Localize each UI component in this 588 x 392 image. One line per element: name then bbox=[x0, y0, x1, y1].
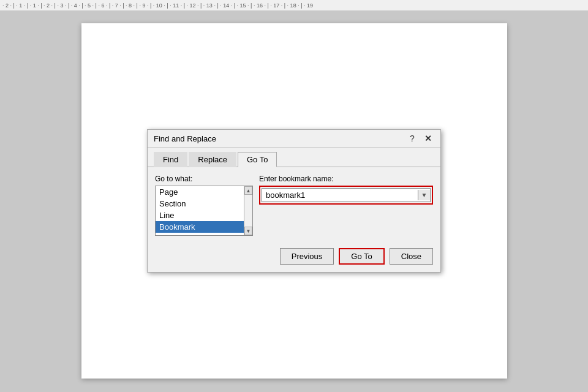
find-replace-dialog: Find and Replace ? ✕ Find Replace G bbox=[147, 129, 441, 273]
bookmark-dropdown-arrow[interactable]: ▼ bbox=[418, 190, 430, 200]
tab-find[interactable]: Find bbox=[154, 152, 187, 167]
dialog-title: Find and Replace bbox=[154, 134, 216, 143]
dialog-title-icons: ? ✕ bbox=[406, 134, 434, 143]
dialog-close-button[interactable]: ✕ bbox=[422, 134, 434, 143]
page-area: Find and Replace ? ✕ Find Replace G bbox=[0, 11, 588, 392]
goto-right-panel: Enter bookmark name: ▼ bbox=[259, 175, 433, 236]
dialog-titlebar: Find and Replace ? ✕ bbox=[148, 130, 440, 148]
list-scrollbar[interactable]: ▲ ▼ bbox=[244, 186, 252, 235]
tab-goto[interactable]: Go To bbox=[238, 152, 277, 167]
goto-left-panel: Go to what: Page Section Line bbox=[155, 175, 253, 236]
previous-button[interactable]: Previous bbox=[280, 248, 334, 265]
goto-list-items: Page Section Line Bookmark bbox=[156, 186, 244, 236]
list-item-bookmark[interactable]: Bookmark bbox=[156, 221, 244, 233]
goto-list[interactable]: Page Section Line Bookmark bbox=[155, 186, 253, 236]
bookmark-input-row: ▼ bbox=[262, 188, 431, 202]
dialog-body: Go to what: Page Section Line bbox=[148, 167, 440, 243]
bookmark-input-border: ▼ bbox=[259, 186, 433, 205]
list-item-section[interactable]: Section bbox=[156, 198, 244, 209]
list-item-comment[interactable]: Comment bbox=[156, 233, 244, 236]
ruler-text: · 2 · | · 1 · | · 1 · | · 2 · | · 3 · | … bbox=[0, 2, 313, 9]
bookmark-input-label: Enter bookmark name: bbox=[259, 175, 433, 183]
close-button[interactable]: Close bbox=[390, 248, 433, 265]
dialog-overlay: Find and Replace ? ✕ Find Replace G bbox=[81, 23, 507, 379]
tab-replace[interactable]: Replace bbox=[189, 152, 236, 167]
goto-what-label: Go to what: bbox=[155, 175, 253, 183]
dialog-tabs: Find Replace Go To bbox=[148, 148, 440, 167]
list-item-line[interactable]: Line bbox=[156, 209, 244, 221]
list-item-page[interactable]: Page bbox=[156, 186, 244, 198]
goto-button[interactable]: Go To bbox=[339, 248, 384, 265]
document-page: Find and Replace ? ✕ Find Replace G bbox=[81, 23, 507, 379]
scroll-up-arrow[interactable]: ▲ bbox=[244, 186, 252, 195]
ruler: · 2 · | · 1 · | · 1 · | · 2 · | · 3 · | … bbox=[0, 0, 588, 11]
scroll-down-arrow[interactable]: ▼ bbox=[244, 227, 252, 235]
bookmark-name-input[interactable] bbox=[262, 189, 418, 202]
scroll-track bbox=[244, 195, 252, 227]
dialog-help-button[interactable]: ? bbox=[406, 134, 418, 143]
dialog-footer: Previous Go To Close bbox=[148, 243, 440, 272]
